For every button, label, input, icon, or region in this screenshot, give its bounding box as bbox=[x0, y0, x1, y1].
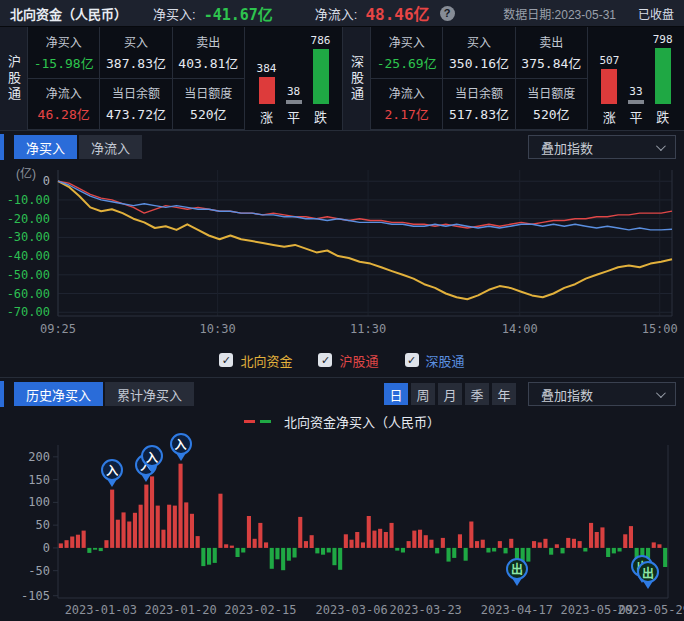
panel-shenzhen-connect: 深股通 净买入-25.69亿买入350.16亿卖出375.84亿净流入2.17亿… bbox=[342, 27, 684, 130]
bar bbox=[173, 506, 177, 548]
bar bbox=[224, 544, 228, 548]
bar bbox=[378, 529, 382, 548]
bar bbox=[207, 548, 211, 565]
overlay-index-dropdown[interactable]: 叠加指数 bbox=[528, 135, 676, 159]
bar bbox=[264, 542, 268, 548]
help-icon[interactable]: ? bbox=[440, 6, 455, 21]
updown-label: 平 bbox=[287, 107, 300, 126]
period-week-button[interactable]: 周 bbox=[411, 383, 435, 405]
intraday-net-buy-chart[interactable]: (亿) 0-10.00-20.00-30.00-40.00-50.00-60.0… bbox=[0, 164, 684, 342]
cell-label: 买入 bbox=[124, 33, 148, 50]
history-chart-title: 北向资金净买入（人民币） bbox=[284, 412, 440, 431]
bar bbox=[99, 548, 103, 551]
x-tick-label: 15:00 bbox=[642, 322, 678, 336]
x-tick-label: 2023-02-15 bbox=[224, 603, 296, 617]
x-tick-label: 11:30 bbox=[350, 322, 386, 336]
x-tick-label: 2023-03-06 bbox=[315, 603, 387, 617]
tab-net-buy[interactable]: 净买入 bbox=[14, 135, 77, 159]
series-北向资金 bbox=[58, 181, 672, 299]
cell-label: 净流入 bbox=[46, 84, 82, 101]
cell-value: 473.72亿 bbox=[106, 104, 166, 123]
bar bbox=[59, 543, 63, 548]
bar bbox=[395, 548, 399, 551]
bar bbox=[281, 548, 285, 570]
x-tick-label: 10:30 bbox=[200, 322, 236, 336]
x-tick-label: 2023-04-17 bbox=[481, 603, 553, 617]
bar bbox=[156, 506, 160, 548]
net-buy-value: -41.67亿 bbox=[204, 3, 273, 24]
legend-label-shanghai: 沪股通 bbox=[339, 351, 378, 370]
bar bbox=[407, 541, 411, 548]
bar bbox=[475, 541, 479, 548]
y-tick-label: 0 bbox=[43, 541, 50, 555]
updown-bar bbox=[313, 49, 329, 104]
updown-count: 384 bbox=[257, 62, 277, 75]
updown-column-down: 798跌 bbox=[650, 33, 676, 126]
inflow-marker: 入 bbox=[101, 459, 123, 481]
bar bbox=[526, 548, 530, 562]
y-tick-label: -10.00 bbox=[7, 193, 50, 207]
bar bbox=[270, 548, 274, 569]
net-buy-label: 净买入: bbox=[153, 4, 196, 23]
period-year-button[interactable]: 年 bbox=[492, 383, 516, 405]
net-inflow-label: 净流入: bbox=[315, 4, 358, 23]
panel-cell: 净流入2.17亿 bbox=[371, 79, 443, 131]
history-net-buy-chart[interactable]: 200150100500-50-1052023-01-032023-01-202… bbox=[0, 436, 684, 621]
y-tick-label: -70.00 bbox=[7, 305, 50, 319]
tab-net-inflow[interactable]: 净流入 bbox=[79, 135, 142, 159]
panel-shanghai-cells: 净买入-15.98亿买入387.83亿卖出403.81亿净流入46.28亿当日余… bbox=[27, 27, 245, 130]
cell-label: 当日额度 bbox=[527, 84, 575, 101]
overlay-index-dropdown-2[interactable]: 叠加指数 bbox=[528, 382, 676, 406]
y-tick-label: 0 bbox=[43, 174, 50, 188]
y-tick-label: -30.00 bbox=[7, 230, 50, 244]
legend-item-shanghai[interactable]: ✓ 沪股通 bbox=[318, 351, 378, 370]
bar bbox=[201, 548, 205, 566]
bar bbox=[543, 539, 547, 548]
cell-value: 387.83亿 bbox=[106, 53, 166, 72]
cell-label: 当日余额 bbox=[455, 84, 503, 101]
legend-label-northbound: 北向资金 bbox=[240, 351, 292, 370]
bar bbox=[606, 548, 610, 557]
bar bbox=[498, 541, 502, 548]
period-day-button[interactable]: 日 bbox=[384, 383, 408, 405]
updown-count: 33 bbox=[629, 85, 642, 98]
bar bbox=[583, 548, 587, 552]
bar bbox=[236, 548, 240, 557]
bar bbox=[561, 548, 565, 554]
bar bbox=[429, 540, 433, 548]
bar bbox=[469, 522, 473, 548]
net-inflow-value: 48.46亿 bbox=[365, 1, 429, 25]
y-tick-label: -40.00 bbox=[7, 249, 50, 263]
bar bbox=[167, 505, 171, 548]
bar bbox=[441, 538, 445, 548]
bar bbox=[321, 548, 325, 555]
panel-cell: 卖出375.84亿 bbox=[516, 27, 588, 79]
updown-count: 507 bbox=[599, 54, 619, 67]
updown-label: 跌 bbox=[656, 107, 669, 126]
cell-value: 2.17亿 bbox=[385, 104, 429, 123]
panel-cell: 当日额度520亿 bbox=[173, 79, 245, 131]
updown-bar bbox=[601, 69, 617, 104]
cell-value: 520亿 bbox=[190, 104, 226, 123]
legend-item-shenzhen[interactable]: ✓ 深股通 bbox=[405, 351, 465, 370]
panel-shenzhen-cells: 净买入-25.69亿买入350.16亿卖出375.84亿净流入2.17亿当日余额… bbox=[370, 27, 588, 130]
x-tick-label: 2023-05-29 bbox=[618, 603, 684, 617]
y-tick-label: 150 bbox=[28, 473, 50, 487]
chevron-down-icon bbox=[656, 141, 666, 151]
bar bbox=[492, 548, 496, 552]
intraday-legend: ✓ 北向资金 ✓ 沪股通 ✓ 深股通 bbox=[0, 346, 684, 374]
period-month-button[interactable]: 月 bbox=[438, 383, 462, 405]
bar bbox=[338, 548, 342, 570]
bar bbox=[452, 548, 456, 558]
legend-item-northbound[interactable]: ✓ 北向资金 bbox=[219, 351, 292, 370]
bar bbox=[549, 548, 553, 555]
bar bbox=[139, 505, 143, 548]
tab-cumulative-net-buy[interactable]: 累计净买入 bbox=[105, 382, 194, 406]
x-tick-label: 14:00 bbox=[502, 322, 538, 336]
period-quarter-button[interactable]: 季 bbox=[465, 383, 489, 405]
bar bbox=[458, 534, 462, 548]
chevron-down-icon bbox=[656, 388, 666, 398]
checkbox-checked-icon: ✓ bbox=[405, 353, 419, 367]
tab-history-net-buy[interactable]: 历史净买入 bbox=[14, 382, 103, 406]
cell-label: 卖出 bbox=[196, 33, 220, 50]
